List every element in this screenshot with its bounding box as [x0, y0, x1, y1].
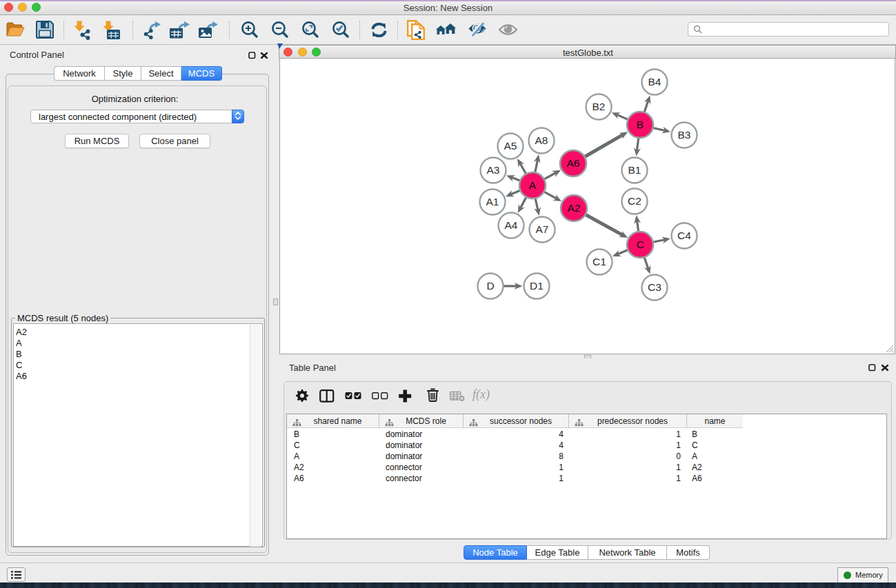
svg-text:D1: D1 — [530, 280, 544, 292]
svg-text:A4: A4 — [505, 219, 518, 231]
svg-text:C: C — [636, 239, 644, 250]
svg-text:B4: B4 — [648, 76, 661, 88]
svg-text:A7: A7 — [536, 223, 549, 235]
svg-text:A: A — [529, 179, 537, 191]
svg-text:C2: C2 — [628, 195, 641, 207]
svg-text:A6: A6 — [567, 157, 580, 169]
svg-text:C3: C3 — [648, 281, 661, 293]
svg-text:C4: C4 — [677, 230, 691, 241]
svg-text:A5: A5 — [504, 140, 517, 152]
svg-text:B3: B3 — [678, 129, 691, 141]
svg-text:A2: A2 — [568, 202, 581, 214]
svg-text:A3: A3 — [487, 164, 500, 176]
svg-text:D: D — [486, 280, 494, 292]
svg-text:A1: A1 — [486, 196, 499, 207]
svg-text:B2: B2 — [593, 101, 606, 112]
svg-text:A8: A8 — [535, 134, 548, 146]
svg-text:B1: B1 — [628, 164, 641, 176]
svg-text:B: B — [637, 119, 644, 130]
svg-text:C1: C1 — [593, 256, 606, 267]
